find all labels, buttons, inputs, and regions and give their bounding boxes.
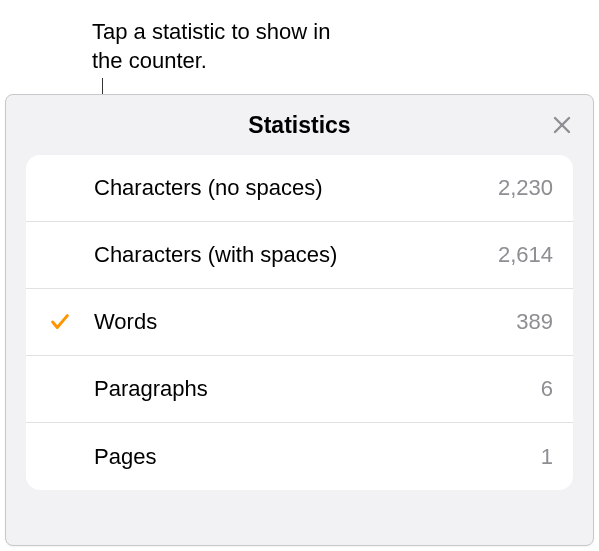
checkmark-icon <box>49 311 71 333</box>
close-button[interactable] <box>549 112 575 138</box>
stat-label: Characters (with spaces) <box>94 242 498 268</box>
stat-value: 2,614 <box>498 242 553 268</box>
stat-row-characters-with-spaces[interactable]: Characters (with spaces) 2,614 <box>26 222 573 289</box>
callout-text: Tap a statistic to show in the counter. <box>92 18 332 75</box>
stat-row-characters-no-spaces[interactable]: Characters (no spaces) 2,230 <box>26 155 573 222</box>
stat-label: Words <box>94 309 516 335</box>
statistics-panel: Statistics Characters (no spaces) 2,230 … <box>5 94 594 546</box>
stat-label: Characters (no spaces) <box>94 175 498 201</box>
close-icon <box>550 113 574 137</box>
stat-row-words[interactable]: Words 389 <box>26 289 573 356</box>
stat-value: 6 <box>541 376 553 402</box>
panel-header: Statistics <box>6 95 593 155</box>
panel-title: Statistics <box>248 112 350 139</box>
check-cell <box>26 311 94 333</box>
stat-row-paragraphs[interactable]: Paragraphs 6 <box>26 356 573 423</box>
stat-value: 389 <box>516 309 553 335</box>
stat-row-pages[interactable]: Pages 1 <box>26 423 573 490</box>
stat-value: 1 <box>541 444 553 470</box>
stat-label: Paragraphs <box>94 376 541 402</box>
stat-value: 2,230 <box>498 175 553 201</box>
stat-label: Pages <box>94 444 541 470</box>
statistics-list: Characters (no spaces) 2,230 Characters … <box>26 155 573 490</box>
